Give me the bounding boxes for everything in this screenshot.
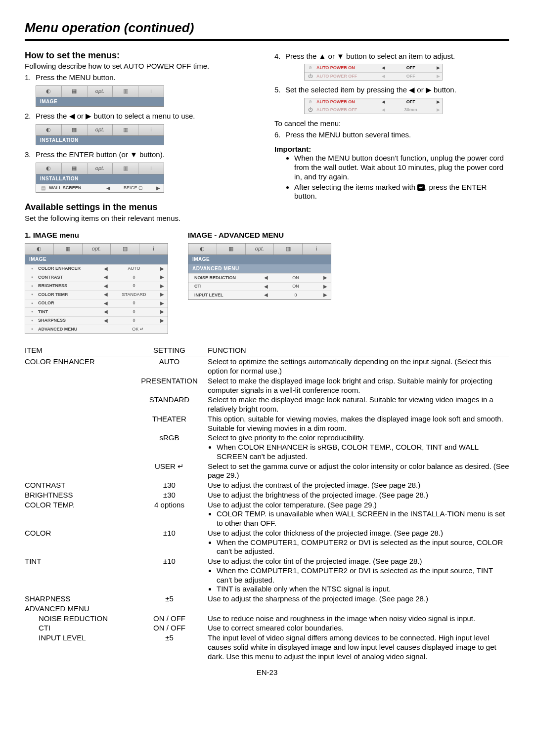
step-number: 4. [274, 52, 285, 61]
row-value: ON [269, 275, 322, 281]
cell-function: Use to adjust the contrast of the projec… [208, 481, 509, 490]
row-icon: ▪ [27, 300, 37, 307]
arrow-left-icon: ◀ [102, 292, 109, 298]
col-function: FUNCTION [208, 346, 509, 355]
settings-table: ITEM SETTING FUNCTION COLOR ENHANCERAUTO… [25, 346, 509, 662]
function-bullet: When the COMPUTER1, COMPUTER2 or DVI is … [217, 538, 509, 557]
arrow-left-icon: ◀ [102, 300, 109, 307]
row-icon: ▪ [27, 266, 37, 272]
cell-item: CTI [25, 624, 131, 633]
col-setting: SETTING [131, 346, 208, 355]
cancel-label: To cancel the menu: [274, 119, 509, 128]
table-row: STANDARDSelect to make the displayed ima… [25, 395, 509, 414]
menu-row: INPUT LEVEL◀0▶ [188, 291, 331, 299]
cell-function: Use to adjust the color thickness of the… [208, 529, 509, 556]
arrow-left-icon: ◀ [263, 292, 269, 298]
cell-setting: USER ↵ [131, 462, 208, 471]
wall-screen-value: BEIGE ▢ [112, 185, 155, 191]
menu-row: ▪COLOR TEMP.◀STANDARD▶ [25, 290, 168, 299]
arrow-right-icon: ▶ [159, 266, 166, 272]
important-heading: Important: [274, 145, 509, 154]
cell-setting: ±5 [131, 594, 208, 604]
table-row: ADVANCED MENU [25, 604, 509, 614]
tab-icon: ▥ [113, 86, 138, 97]
row-label: BRIGHTNESS [37, 283, 102, 289]
important-item: When the MENU button doesn't function, u… [294, 154, 509, 181]
row-label: ADVANCED MENU [37, 327, 110, 332]
arrow-right-icon: ▶ [159, 292, 166, 298]
arrow-right-icon: ▶ [159, 318, 166, 324]
arrow-left-icon: ◀ [105, 185, 112, 192]
image-menu-heading: 1. IMAGE menu [25, 231, 168, 240]
cell-setting: ±30 [131, 481, 208, 490]
arrow-left-icon: ◀ [263, 284, 269, 290]
wall-icon: ▤ [38, 185, 48, 192]
cell-function: Select to make the displayed image look … [208, 377, 509, 395]
row-icon: ▪ [27, 274, 37, 281]
row-label: SHARPNESS [37, 318, 102, 323]
menu-row: ▪CONTRAST◀0▶ [25, 273, 168, 282]
row-label: COLOR ENHANCER [37, 266, 102, 271]
auto-power-block-1: ⎚ AUTO POWER ON ◀ OFF ▶ ⏻ AUTO POWER OFF… [304, 64, 443, 81]
row-icon: ▪ [27, 326, 37, 333]
table-row: INPUT LEVEL±5The input level of video si… [25, 633, 509, 661]
menu-row: CTI◀ON▶ [188, 282, 331, 291]
cell-function: Use to adjust the sharpness of the proje… [208, 594, 509, 604]
menu-row: ▪COLOR◀0▶ [25, 299, 168, 308]
cell-function: Select to give priority to the color rep… [208, 433, 509, 461]
cell-setting: ON / OFF [131, 614, 208, 624]
page-number: EN-23 [25, 668, 509, 677]
step-number: 3. [25, 150, 36, 160]
howto-intro: Following describe how to set AUTO POWER… [25, 62, 260, 71]
row-icon: ▪ [27, 283, 37, 290]
step-number: 6. [274, 130, 285, 140]
auto-power-block-2: ⎚ AUTO POWER ON ◀ OFF ▶ ⏻ AUTO POWER OFF… [304, 98, 443, 115]
cell-item: INPUT LEVEL [25, 633, 131, 643]
available-heading: Available settings in the menus [25, 202, 260, 213]
row-label: COLOR TEMP. [37, 292, 102, 297]
arrow-right-icon: ▶ [159, 283, 166, 290]
step-4-text: Press the ▲ or ▼ button to select an ite… [285, 52, 509, 61]
right-column: 4. Press the ▲ or ▼ button to select an … [274, 50, 509, 223]
cell-function: Use to adjust the brightness of the proj… [208, 491, 509, 500]
menu-strip-install-wall: ◐▦ opt. ▥ i INSTALLATION ▤ WALL SCREEN ◀… [36, 163, 164, 193]
arrow-right-icon: ▶ [322, 284, 329, 290]
table-row: NOISE REDUCTIONON / OFFUse to reduce noi… [25, 614, 509, 624]
arrow-left-icon: ◀ [102, 318, 109, 324]
cell-function: Use to reduce noise and roughness in the… [208, 614, 509, 624]
arrow-left-icon: ◀ [102, 266, 109, 272]
arrow-right-icon: ▶ [322, 275, 329, 281]
step-number: 2. [25, 112, 36, 121]
tab-icon: ▦ [62, 86, 88, 97]
table-row: CTION / OFFUse to correct smeared color … [25, 624, 509, 633]
arrow-left-icon: ◀ [102, 283, 109, 290]
row-icon: ▪ [27, 309, 37, 315]
row-value: 0 [109, 318, 159, 323]
row-label: NOISE REDUCTION [190, 275, 263, 281]
step-2-text: Press the ◀ or ▶ button to select a menu… [36, 112, 260, 121]
function-bullet: When the COMPUTER1, COMPUTER2 or DVI is … [217, 566, 509, 585]
adv-menu-strip: ◐▦ opt. ▥ i IMAGE ADVANCED MENU NOISE RE… [188, 243, 331, 300]
row-value: 0 [109, 275, 159, 280]
row-icon: ▪ [27, 292, 37, 298]
row-value: 0 [109, 309, 159, 315]
menu-row: ▪SHARPNESS◀0▶ [25, 316, 168, 325]
row-label: CTI [190, 284, 263, 289]
arrow-right-icon: ▶ [322, 292, 329, 298]
image-menu-strip: ◐▦ opt. ▥ i IMAGE ▪COLOR ENHANCER◀AUTO▶▪… [25, 243, 168, 334]
cell-function: Select to make the displayed image look … [208, 395, 509, 414]
table-row: TINT±10Use to adjust the color tint of t… [25, 557, 509, 594]
cell-item: NOISE REDUCTION [25, 614, 131, 624]
table-row: sRGBSelect to give priority to the color… [25, 433, 509, 461]
function-bullet: When COLOR ENHANCER is sRGB, COLOR TEMP.… [217, 443, 509, 462]
row-label: TINT [37, 309, 102, 315]
table-row: COLOR TEMP.4 optionsUse to adjust the co… [25, 501, 509, 528]
row-value: OK ↵ [110, 327, 166, 332]
cell-setting: sRGB [131, 433, 208, 443]
step-number: 5. [274, 85, 285, 95]
cell-setting: ±10 [131, 529, 208, 538]
row-value: 0 [109, 283, 159, 289]
tab-icon: ◐ [36, 86, 62, 97]
menu-title: INSTALLATION [36, 136, 164, 145]
important-item: After selecting the items marked with ↵,… [294, 183, 509, 202]
